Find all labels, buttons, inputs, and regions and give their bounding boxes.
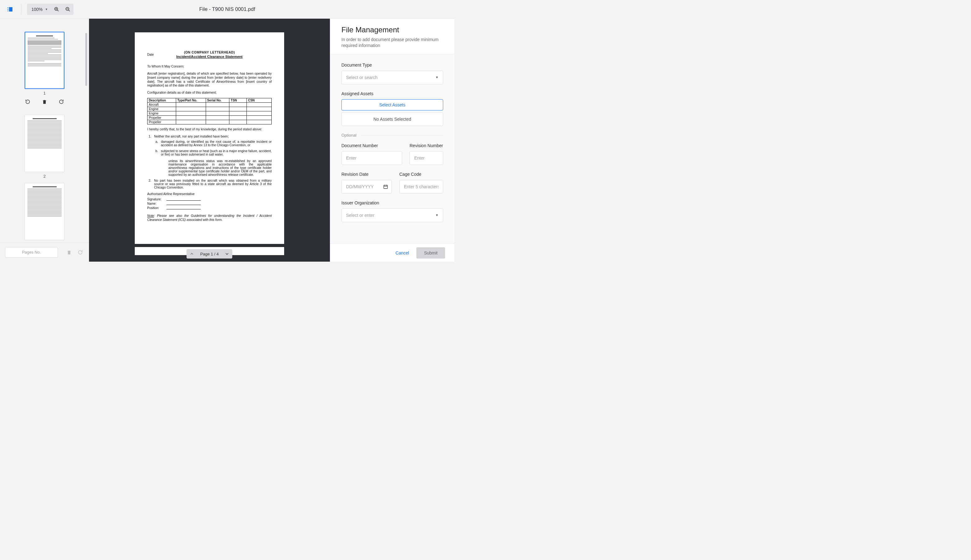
delete-icon[interactable] (65, 248, 73, 256)
config-intro: Configuration details as of date of this… (147, 91, 272, 95)
rotate-left-icon[interactable] (23, 97, 32, 106)
doc-num-label: Document Number (341, 143, 402, 148)
chevron-down-icon: ▼ (435, 76, 439, 79)
thumb-actions (11, 97, 78, 106)
cancel-button[interactable]: Cancel (395, 250, 409, 255)
date-label: Date (147, 53, 154, 56)
page-prev-button[interactable] (188, 250, 196, 258)
rotate-right-icon[interactable] (77, 248, 84, 256)
thumbnail-page-3[interactable] (25, 183, 64, 240)
signature-block: Authorised Airline Representative Signat… (147, 192, 272, 210)
panel-toggle-icon[interactable] (4, 4, 15, 15)
rev-num-input[interactable] (410, 151, 443, 165)
submit-button[interactable]: Submit (416, 247, 445, 258)
assets-empty-state: No Assets Selected (341, 112, 443, 126)
scrollbar[interactable] (85, 33, 87, 86)
doc-type-label: Document Type (341, 63, 443, 68)
chevron-down-icon: ▼ (45, 8, 48, 11)
rev-num-label: Revision Number (410, 143, 443, 148)
issuer-label: Issuer Organization (341, 200, 443, 205)
numbered-list: Neither the aircraft, nor any part insta… (152, 135, 272, 189)
salutation: To Whom It May Concern: (147, 65, 272, 69)
zoom-out-button[interactable] (62, 4, 73, 15)
issuer-select[interactable]: Select or enter ▼ (341, 208, 443, 222)
select-assets-button[interactable]: Select Assets (341, 99, 443, 110)
svg-rect-1 (7, 9, 8, 10)
svg-rect-3 (9, 7, 12, 12)
zoom-label: 100% (32, 7, 43, 12)
document-preview: Date (ON COMPANY LETTERHEAD) Incident/Ac… (89, 19, 330, 262)
page-indicator: Page 1 / 4 (198, 252, 220, 257)
delete-icon[interactable] (40, 97, 49, 106)
doc-type-select[interactable]: Select or search ▼ (341, 71, 443, 84)
svg-rect-2 (7, 11, 8, 11)
page-next-button[interactable] (223, 250, 231, 258)
rev-date-label: Revision Date (341, 172, 392, 177)
zoom-group: 100% ▼ (27, 4, 73, 15)
optional-divider: Optional (341, 133, 443, 138)
assets-label: Assigned Assets (341, 91, 443, 96)
thumbnail-panel: 1 2 (0, 19, 89, 262)
certify: I hereby certify that, to the best of my… (147, 128, 272, 132)
svg-line-9 (68, 10, 70, 11)
divider (21, 4, 22, 15)
svg-rect-11 (384, 185, 387, 188)
cage-label: Cage Code (399, 172, 443, 177)
doc-title: Incident/Accident Clearance Statement (147, 55, 272, 58)
rotate-right-icon[interactable] (57, 97, 66, 106)
thumb-label: 2 (11, 174, 78, 178)
thumbnail-page-1[interactable] (25, 32, 64, 89)
paragraph: Aircraft [enter registration], details o… (147, 72, 272, 88)
panel-subtitle: In order to add document please provide … (341, 37, 443, 48)
thumbs-footer (0, 242, 89, 262)
letterhead: (ON COMPANY LETTERHEAD) (147, 50, 272, 54)
config-table: Description Type/Part No. Serial No. TSN… (147, 98, 272, 125)
doc-num-input[interactable] (341, 151, 402, 165)
zoom-in-button[interactable] (51, 4, 62, 15)
thumb-label: 1 (11, 91, 78, 95)
calendar-icon[interactable] (383, 184, 388, 189)
svg-rect-0 (7, 7, 8, 8)
chevron-down-icon: ▼ (435, 213, 439, 217)
svg-line-5 (57, 10, 58, 11)
file-management-panel: File Management In order to add document… (330, 19, 454, 262)
panel-title: File Management (341, 25, 443, 34)
page-1: Date (ON COMPANY LETTERHEAD) Incident/Ac… (135, 32, 284, 244)
note: Note: Please see also the Guidelines for… (147, 214, 272, 222)
toolbar: 100% ▼ File - T900 NIS 0001.pdf (0, 0, 454, 19)
zoom-select[interactable]: 100% ▼ (27, 4, 51, 15)
pages-input[interactable] (5, 247, 58, 258)
cage-input[interactable] (399, 180, 443, 193)
thumbnail-page-2[interactable] (25, 115, 64, 172)
page-navigator: Page 1 / 4 (187, 249, 232, 258)
